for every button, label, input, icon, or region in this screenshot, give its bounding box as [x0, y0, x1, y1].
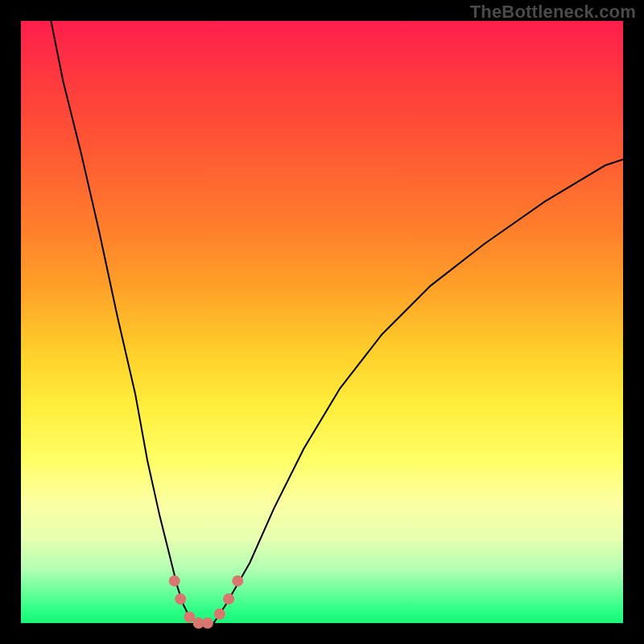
curve-svg: [21, 21, 623, 623]
highlight-marker: [202, 617, 213, 629]
watermark-text: TheBottleneck.com: [470, 2, 636, 23]
highlight-marker: [214, 609, 225, 620]
plot-area: [21, 21, 623, 623]
highlight-marker: [169, 576, 180, 587]
bottleneck-curve: [51, 21, 623, 623]
chart-frame: TheBottleneck.com: [0, 0, 644, 644]
highlight-markers: [169, 576, 244, 629]
highlight-marker: [232, 576, 243, 587]
highlight-marker: [223, 593, 234, 605]
highlight-marker: [175, 593, 186, 605]
